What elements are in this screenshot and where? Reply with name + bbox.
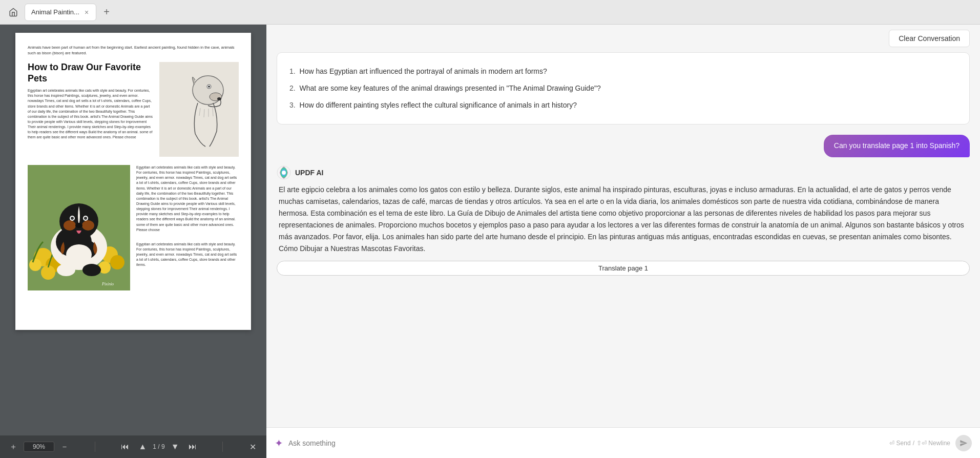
- close-pdf-button[interactable]: ✕: [246, 440, 260, 454]
- suggestion-text-2: What are some key features of the animal…: [300, 84, 601, 92]
- suggestion-num-3: 3.: [289, 101, 296, 109]
- pdf-page-1: Animals have been part of human art from…: [15, 33, 251, 330]
- svg-text:Pixinio: Pixinio: [101, 282, 114, 286]
- toolbar-right: ✕: [246, 440, 260, 454]
- svg-point-6: [208, 86, 210, 88]
- suggestion-text-3: How do different painting styles reflect…: [300, 101, 577, 109]
- ai-response-body: El arte egipcio celebra a los animales c…: [277, 184, 970, 255]
- first-page-button[interactable]: ⏮: [118, 440, 132, 454]
- add-tab-button[interactable]: +: [98, 4, 115, 20]
- pdf-body-text: Egyptian art celebrates animals like cat…: [28, 88, 153, 140]
- svg-point-25: [82, 220, 94, 231]
- suggestion-item-3[interactable]: 3. How do different painting styles refl…: [289, 97, 957, 114]
- pdf-columns: How to Draw Our Favorite Pets Egyptian a…: [28, 62, 239, 157]
- svg-point-32: [82, 264, 101, 276]
- tab-bar: Animal Paintin... × +: [0, 0, 980, 25]
- page-display: 1 / 9: [153, 443, 164, 450]
- svg-point-17: [110, 255, 124, 269]
- svg-point-29: [84, 217, 87, 220]
- zoom-in-button[interactable]: ＋: [6, 440, 20, 454]
- svg-point-24: [64, 220, 76, 231]
- pdf-toolbar: ＋ 90% － ⏮ ▲ 1 / 9 ▼ ⏭ ✕: [0, 435, 266, 458]
- pdf-right-col: Egyptian art celebrates animals like cat…: [136, 165, 239, 290]
- bernese-dog-svg: Pixinio: [28, 165, 130, 290]
- suggestion-text-1: How has Egyptian art influenced the port…: [300, 67, 547, 75]
- suggestion-item-1[interactable]: 1. How has Egyptian art influenced the p…: [289, 63, 957, 80]
- pdf-lower-section: Pixinio Egyptian art celebrates animals …: [28, 165, 239, 290]
- dog-sketch-svg: [159, 62, 239, 157]
- next-page-button[interactable]: ▼: [168, 440, 182, 454]
- chat-input-area: ✦ ⏎ Send / ⇧⏎ Newline: [266, 427, 980, 458]
- tab-label: Animal Paintin...: [31, 8, 79, 16]
- svg-point-35: [282, 171, 286, 175]
- suggestion-num-2: 2.: [289, 84, 296, 92]
- toolbar-center: ⏮ ▲ 1 / 9 ▼ ⏭: [118, 440, 199, 454]
- send-hint: ⏎ Send: [889, 440, 910, 447]
- svg-rect-0: [159, 62, 239, 157]
- pdf-tab[interactable]: Animal Paintin... ×: [25, 4, 96, 21]
- translate-page-button[interactable]: Translate page 1: [277, 261, 970, 276]
- send-button[interactable]: [955, 435, 972, 451]
- pdf-right-text-1: Egyptian art celebrates animals like cat…: [136, 165, 239, 233]
- svg-point-27: [71, 217, 74, 220]
- main-area: Animals have been part of human art from…: [0, 25, 980, 458]
- chat-input[interactable]: [288, 439, 884, 447]
- zoom-display: 90%: [24, 442, 54, 452]
- updf-logo: [277, 165, 291, 180]
- pdf-scroll-area[interactable]: Animals have been part of human art from…: [0, 25, 266, 435]
- chat-panel: Clear Conversation 1. How has Egyptian a…: [266, 25, 980, 458]
- user-message: Can you translate page 1 into Spanish?: [277, 135, 970, 157]
- hint-divider: /: [913, 440, 914, 447]
- toolbar-divider-1: [95, 442, 95, 452]
- sparkle-icon: ✦: [275, 437, 283, 449]
- suggestion-item-2[interactable]: 2. What are some key features of the ani…: [289, 80, 957, 97]
- svg-point-22: [66, 244, 92, 265]
- ai-header: UPDF AI: [277, 165, 970, 180]
- svg-point-4: [217, 97, 221, 100]
- pdf-title: How to Draw Our Favorite Pets: [28, 62, 153, 84]
- bernese-dog-bg: Pixinio: [28, 165, 130, 290]
- pdf-right-text-2: Egyptian art celebrates animals like cat…: [136, 242, 239, 268]
- newline-hint: ⇧⏎ Newline: [916, 440, 950, 447]
- chat-top-bar: Clear Conversation: [266, 25, 980, 52]
- user-bubble: Can you translate page 1 into Spanish?: [824, 135, 970, 157]
- svg-point-14: [29, 259, 41, 271]
- toolbar-divider-2: [222, 442, 223, 452]
- last-page-button[interactable]: ⏭: [185, 440, 200, 454]
- svg-point-30: [75, 223, 82, 228]
- pdf-dog-image: [159, 62, 239, 157]
- suggestion-num-1: 1.: [289, 67, 296, 75]
- input-hints: ⏎ Send / ⇧⏎ Newline: [889, 440, 950, 447]
- pdf-bernese-image: Pixinio: [28, 165, 130, 290]
- updf-logo-svg: [277, 165, 291, 180]
- chat-messages[interactable]: 1. How has Egyptian art influenced the p…: [266, 52, 980, 427]
- zoom-out-button[interactable]: －: [57, 440, 72, 454]
- tab-close-button[interactable]: ×: [84, 9, 90, 16]
- pdf-intro-text: Animals have been part of human art from…: [28, 45, 239, 56]
- home-button[interactable]: [4, 3, 23, 22]
- toolbar-left: ＋ 90% －: [6, 440, 72, 454]
- suggestions-card: 1. How has Egyptian art influenced the p…: [277, 52, 970, 124]
- svg-point-15: [41, 265, 55, 280]
- clear-conversation-button[interactable]: Clear Conversation: [889, 30, 970, 47]
- send-icon: [960, 439, 968, 447]
- pdf-panel: Animals have been part of human art from…: [0, 25, 266, 458]
- pdf-text-col: How to Draw Our Favorite Pets Egyptian a…: [28, 62, 153, 157]
- svg-point-31: [57, 264, 75, 276]
- ai-name: UPDF AI: [295, 169, 323, 177]
- ai-message: UPDF AI El arte egipcio celebra a los an…: [277, 165, 970, 276]
- prev-page-button[interactable]: ▲: [135, 440, 150, 454]
